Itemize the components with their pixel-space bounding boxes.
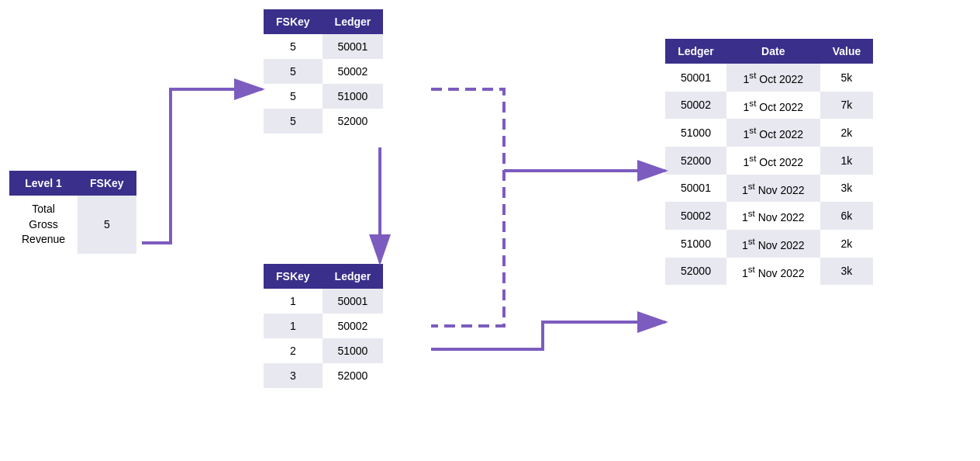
- right-value-1: 7k: [820, 92, 874, 120]
- topmid-row-0: 5 50001: [264, 34, 383, 59]
- topmid-fskey-3: 5: [264, 109, 323, 133]
- right-row-6: 51000 1st Nov 2022 2k: [665, 230, 873, 258]
- right-row-4: 50001 1st Nov 2022 3k: [665, 175, 873, 203]
- right-date-4: 1st Nov 2022: [726, 175, 820, 203]
- topmid-fskey-0: 5: [264, 34, 323, 59]
- right-row-3: 52000 1st Oct 2022 1k: [665, 147, 873, 175]
- right-date-1: 1st Oct 2022: [726, 92, 820, 120]
- topmid-col2-header: Ledger: [323, 9, 384, 34]
- left-row-0: Total Gross Revenue 5: [9, 196, 136, 254]
- botmid-row-2: 2 51000: [264, 338, 383, 363]
- right-row-7: 52000 1st Nov 2022 3k: [665, 258, 873, 286]
- right-row-2: 51000 1st Oct 2022 2k: [665, 119, 873, 147]
- right-ledger-0: 50001: [665, 64, 726, 92]
- right-table: Ledger Date Value 50001 1st Oct 2022 5k …: [665, 39, 873, 285]
- left-table: Level 1 FSKey Total Gross Revenue 5: [9, 171, 136, 254]
- right-value-7: 3k: [820, 258, 874, 286]
- right-date-5: 1st Nov 2022: [726, 202, 820, 230]
- right-row-0: 50001 1st Oct 2022 5k: [665, 64, 873, 92]
- right-value-4: 3k: [820, 175, 874, 203]
- botmid-ledger-2: 51000: [323, 338, 384, 363]
- botmid-ledger-0: 50001: [323, 289, 384, 314]
- botmid-fskey-3: 3: [264, 363, 323, 388]
- botmid-row-1: 1 50002: [264, 314, 383, 338]
- right-date-7: 1st Nov 2022: [726, 258, 820, 286]
- bot-mid-table: FSKey Ledger 1 50001 1 50002 2 51000 3 5…: [264, 264, 383, 388]
- right-row-1: 50002 1st Oct 2022 7k: [665, 92, 873, 120]
- botmid-ledger-1: 50002: [323, 314, 384, 338]
- right-ledger-2: 51000: [665, 119, 726, 147]
- dashed-connector: [431, 89, 504, 326]
- botmid-ledger-3: 52000: [323, 363, 384, 388]
- arrow-botmid-to-right: [431, 322, 665, 349]
- left-cell-fskey-0: 5: [78, 196, 136, 254]
- left-cell-level1-0: Total Gross Revenue: [9, 196, 78, 254]
- topmid-fskey-1: 5: [264, 59, 323, 84]
- botmid-fskey-1: 1: [264, 314, 323, 338]
- botmid-fskey-2: 2: [264, 338, 323, 363]
- right-ledger-7: 52000: [665, 258, 726, 286]
- left-col1-header: Level 1: [9, 171, 78, 196]
- right-value-6: 2k: [820, 230, 874, 258]
- botmid-col2-header: Ledger: [323, 264, 384, 289]
- top-mid-table: FSKey Ledger 5 50001 5 50002 5 51000 5 5…: [264, 9, 383, 133]
- topmid-row-2: 5 51000: [264, 84, 383, 109]
- botmid-col1-header: FSKey: [264, 264, 323, 289]
- topmid-ledger-1: 50002: [323, 59, 384, 84]
- right-date-6: 1st Nov 2022: [726, 230, 820, 258]
- right-value-2: 2k: [820, 119, 874, 147]
- right-value-5: 6k: [820, 202, 874, 230]
- main-container: Level 1 FSKey Total Gross Revenue 5 FSKe…: [0, 0, 980, 461]
- right-ledger-6: 51000: [665, 230, 726, 258]
- topmid-ledger-3: 52000: [323, 109, 384, 133]
- right-value-3: 1k: [820, 147, 874, 175]
- right-row-5: 50002 1st Nov 2022 6k: [665, 202, 873, 230]
- topmid-row-3: 5 52000: [264, 109, 383, 133]
- botmid-fskey-0: 1: [264, 289, 323, 314]
- topmid-row-1: 5 50002: [264, 59, 383, 84]
- right-date-2: 1st Oct 2022: [726, 119, 820, 147]
- right-value-0: 5k: [820, 64, 874, 92]
- right-col1-header: Ledger: [665, 39, 726, 64]
- right-ledger-1: 50002: [665, 92, 726, 120]
- right-date-0: 1st Oct 2022: [726, 64, 820, 92]
- right-ledger-3: 52000: [665, 147, 726, 175]
- topmid-ledger-0: 50001: [323, 34, 384, 59]
- topmid-ledger-2: 51000: [323, 84, 384, 109]
- botmid-row-0: 1 50001: [264, 289, 383, 314]
- right-col2-header: Date: [726, 39, 820, 64]
- topmid-fskey-2: 5: [264, 84, 323, 109]
- arrow-left-to-topmid: [142, 89, 262, 243]
- botmid-row-3: 3 52000: [264, 363, 383, 388]
- left-col2-header: FSKey: [78, 171, 136, 196]
- right-col3-header: Value: [820, 39, 874, 64]
- topmid-col1-header: FSKey: [264, 9, 323, 34]
- right-ledger-5: 50002: [665, 202, 726, 230]
- right-ledger-4: 50001: [665, 175, 726, 203]
- right-date-3: 1st Oct 2022: [726, 147, 820, 175]
